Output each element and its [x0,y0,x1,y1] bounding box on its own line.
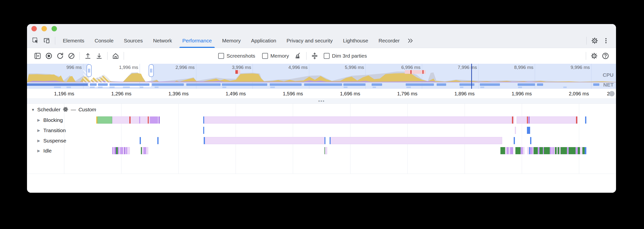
flame-segment[interactable] [528,116,530,124]
flame-segment[interactable] [148,116,149,124]
flame-segment[interactable] [508,147,510,154]
flame-segment[interactable] [585,116,586,124]
flame-segment[interactable] [512,116,513,124]
flame-segment[interactable] [150,116,158,124]
record-icon[interactable] [43,50,54,61]
flame-segment[interactable] [204,137,205,144]
flame-segment[interactable] [500,147,505,154]
playhead-marker[interactable] [471,64,472,89]
flame-segment[interactable] [112,116,150,124]
flame-segment[interactable] [203,116,514,124]
flame-segment[interactable] [157,137,158,144]
flame-segment[interactable] [567,147,569,154]
flame-segment[interactable] [514,137,515,144]
flame-segment[interactable] [330,137,502,144]
memory-checkbox-group[interactable]: Memory [262,53,289,59]
flame-segment[interactable] [142,147,144,154]
tab-elements[interactable]: Elements [58,33,90,48]
expand-icon[interactable]: ▶ [37,149,40,153]
flame-segment[interactable] [523,147,524,154]
flame-segment[interactable] [527,127,530,134]
expand-icon[interactable]: ▶ [37,139,40,143]
flame-segment[interactable] [324,137,326,144]
flame-segment[interactable] [540,147,543,154]
track-row-blocking[interactable]: ▶Blocking [27,115,616,125]
flame-segment[interactable] [520,147,523,154]
flame-segment[interactable] [330,137,331,144]
flame-segment[interactable] [576,147,578,154]
flame-segment[interactable] [527,116,528,124]
upload-profile-icon[interactable] [82,50,94,61]
track-group-scheduler[interactable]: ▼ Scheduler — Custom [31,106,96,114]
inspect-element-icon[interactable] [30,35,41,46]
tracks-canvas[interactable]: ▼ Scheduler — Custom ▶Blocking▶Transitio… [27,104,616,174]
track-row-suspense[interactable]: ▶Suspense [27,136,616,146]
flame-segment[interactable] [510,147,513,154]
flame-segment[interactable] [558,147,559,154]
flame-segment[interactable] [515,127,516,134]
flame-segment[interactable] [516,116,578,124]
flame-segment[interactable] [325,147,327,154]
tab-sources[interactable]: Sources [119,33,148,48]
flame-segment[interactable] [528,147,529,154]
flame-segment[interactable] [530,147,532,154]
flame-segment[interactable] [98,116,112,124]
flame-segment[interactable] [538,147,540,154]
panel-splitter-handle[interactable]: ••• [27,99,616,104]
flame-segment[interactable] [534,147,538,154]
close-window-button[interactable] [32,26,37,31]
tab-console[interactable]: Console [90,33,119,48]
flame-segment[interactable] [550,147,552,154]
screenshots-checkbox[interactable] [218,53,224,59]
dim-3rd-parties-checkbox-group[interactable]: Dim 3rd parties [324,53,367,59]
memory-checkbox[interactable] [262,53,268,59]
flame-segment[interactable] [582,147,584,154]
capture-settings-gear-icon[interactable] [588,50,600,61]
toggle-device-toolbar-icon[interactable] [41,35,52,46]
flame-segment[interactable] [129,116,130,124]
kebab-menu-icon[interactable] [600,35,612,46]
flame-segment[interactable] [146,147,148,154]
flame-segment[interactable] [120,147,123,154]
flame-segment[interactable] [569,147,576,154]
flame-segment[interactable] [516,147,520,154]
tab-application[interactable]: Application [246,33,282,48]
more-tabs-chevron-icon[interactable] [405,35,416,46]
clear-icon[interactable] [66,50,77,61]
toggle-live-metrics-icon[interactable] [32,50,43,61]
screenshots-checkbox-group[interactable]: Screenshots [218,53,255,59]
minimize-window-button[interactable] [42,26,47,31]
dim-3rd-parties-checkbox[interactable] [324,53,330,59]
collect-garbage-icon[interactable] [292,50,304,61]
flame-segment[interactable] [203,116,204,124]
flame-segment[interactable] [584,147,586,154]
tab-performance[interactable]: Performance [177,33,217,48]
tab-network[interactable]: Network [148,33,177,48]
expand-icon[interactable]: ▶ [37,128,40,133]
flame-segment[interactable] [203,127,204,134]
flame-segment[interactable] [139,116,140,124]
home-icon[interactable] [110,50,121,61]
flame-segment[interactable] [507,147,508,154]
flame-segment[interactable] [562,147,567,154]
selection-handle-right[interactable] [149,64,154,77]
ignore-listing-icon[interactable] [309,50,320,61]
flame-segment[interactable] [204,137,326,144]
expand-icon[interactable]: ▶ [37,118,40,122]
flame-segment[interactable] [544,147,550,154]
settings-gear-icon[interactable] [589,35,600,46]
zoom-window-button[interactable] [52,26,57,31]
flame-segment[interactable] [530,137,531,144]
flame-segment[interactable] [576,116,577,124]
record-and-reload-icon[interactable] [54,50,66,61]
tab-privacy-and-security[interactable]: Privacy and security [281,33,338,48]
tab-recorder[interactable]: Recorder [373,33,405,48]
flame-segment[interactable] [158,116,160,124]
help-icon[interactable] [600,50,611,61]
track-row-idle[interactable]: ▶Idle [27,146,616,156]
flame-segment[interactable] [127,147,130,154]
flame-segment[interactable] [144,147,146,154]
download-profile-icon[interactable] [94,50,105,61]
tab-lighthouse[interactable]: Lighthouse [338,33,373,48]
timeline-overview[interactable]: CPU NET 996 ms1,996 ms2,996 ms3,996 ms4,… [27,64,616,89]
